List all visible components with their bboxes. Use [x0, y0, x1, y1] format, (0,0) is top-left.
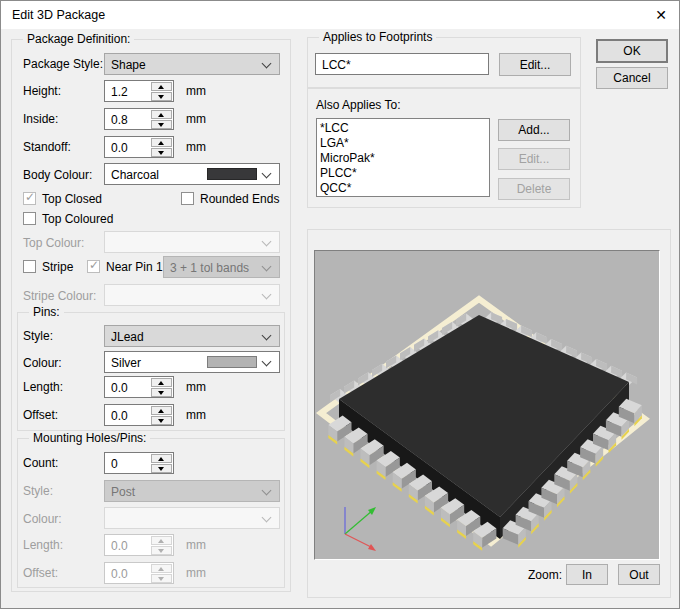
preview-3d-viewport[interactable] — [314, 250, 660, 560]
height-value: 1.2 — [111, 85, 128, 99]
mounting-title: Mounting Holes/Pins: — [29, 431, 150, 445]
standoff-stepper[interactable]: 0.0 — [104, 136, 174, 158]
height-unit: mm — [186, 84, 206, 98]
mount-length-unit: mm — [186, 538, 206, 552]
spin-up-icon[interactable] — [151, 110, 172, 119]
pin-style-value: JLead — [111, 330, 144, 344]
inside-value: 0.8 — [111, 113, 128, 127]
edit-button: Edit... — [498, 148, 570, 170]
package-style-value: Shape — [111, 58, 146, 72]
also-applies-title: Also Applies To: — [316, 98, 401, 112]
spin-up-icon[interactable] — [151, 82, 172, 91]
package-style-dropdown[interactable]: Shape — [104, 53, 280, 75]
inside-stepper[interactable]: 0.8 — [104, 108, 174, 130]
list-item[interactable]: PLCC* — [320, 166, 489, 181]
tol-bands-dropdown: 3 + 1 tol bands — [163, 256, 280, 278]
chip-3d-render — [315, 251, 659, 559]
also-applies-list[interactable]: *LCCLGA*MicroPak*PLCC*QCC* — [316, 118, 490, 197]
list-item[interactable]: QCC* — [320, 181, 489, 196]
rounded-ends-label: Rounded Ends — [200, 192, 279, 206]
zoom-label: Zoom: — [528, 568, 562, 582]
list-item[interactable]: LGA* — [320, 136, 489, 151]
list-item[interactable]: *LCC — [320, 121, 489, 136]
pin-length-label: Length: — [23, 380, 63, 394]
add-button[interactable]: Add... — [498, 119, 570, 141]
chevron-down-icon — [262, 331, 272, 341]
footprint-pattern-field[interactable]: LCC* — [315, 53, 489, 75]
package-style-label: Package Style: — [23, 57, 103, 71]
spin-down-icon[interactable] — [151, 92, 172, 101]
pin-colour-label: Colour: — [23, 356, 62, 370]
body-colour-value: Charcoal — [111, 168, 159, 182]
chevron-down-icon — [262, 486, 272, 496]
spin-up-icon — [151, 536, 172, 545]
zoom-out-button[interactable]: Out — [618, 564, 660, 585]
pin-length-value: 0.0 — [111, 381, 128, 395]
chevron-down-icon — [262, 262, 272, 272]
stripe-label: Stripe — [42, 260, 73, 274]
spin-up-icon[interactable] — [151, 454, 172, 463]
pin-colour-value: Silver — [111, 356, 141, 370]
pin-style-label: Style: — [23, 329, 53, 343]
pin-length-stepper[interactable]: 0.0 — [104, 376, 174, 398]
spin-down-icon[interactable] — [151, 388, 172, 397]
spin-down-icon[interactable] — [151, 416, 172, 425]
checkbox-box[interactable] — [23, 212, 36, 225]
chevron-down-icon — [262, 237, 272, 247]
body-colour-dropdown[interactable]: Charcoal — [104, 163, 280, 185]
chevron-down-icon — [262, 357, 272, 367]
count-stepper[interactable]: 0 — [104, 452, 174, 474]
pin-offset-stepper[interactable]: 0.0 — [104, 404, 174, 426]
pin-offset-unit: mm — [186, 408, 206, 422]
mount-offset-stepper: 0.0 — [104, 562, 174, 584]
check-icon: ✓ — [89, 258, 99, 272]
spin-up-icon[interactable] — [151, 378, 172, 387]
spin-down-icon[interactable] — [151, 464, 172, 473]
pin-offset-value: 0.0 — [111, 409, 128, 423]
mount-length-stepper: 0.0 — [104, 534, 174, 556]
cancel-button[interactable]: Cancel — [596, 67, 668, 89]
applies-to-footprints-title: Applies to Footprints — [319, 30, 436, 44]
pin-colour-dropdown[interactable]: Silver — [104, 351, 280, 373]
pin-length-unit: mm — [186, 380, 206, 394]
checkbox-box[interactable] — [23, 260, 36, 273]
spin-up-icon[interactable] — [151, 406, 172, 415]
close-icon[interactable]: ✕ — [649, 4, 673, 26]
check-icon: ✓ — [25, 190, 35, 204]
mount-length-value: 0.0 — [111, 539, 128, 553]
inside-unit: mm — [186, 112, 206, 126]
spin-down-icon — [151, 574, 172, 583]
spin-down-icon[interactable] — [151, 120, 172, 129]
mount-colour-label: Colour: — [23, 512, 62, 526]
top-closed-label: Top Closed — [42, 192, 102, 206]
list-item[interactable]: MicroPak* — [320, 151, 489, 166]
tol-bands-value: 3 + 1 tol bands — [170, 261, 249, 275]
mount-style-dropdown: Post — [104, 480, 280, 502]
ok-button[interactable]: OK — [596, 39, 668, 63]
titlebar: Edit 3D Package ✕ — [1, 1, 679, 29]
spin-up-icon — [151, 564, 172, 573]
spin-up-icon[interactable] — [151, 138, 172, 147]
pins-title: Pins: — [29, 305, 64, 319]
checkbox-box: ✓ — [87, 260, 100, 273]
height-stepper[interactable]: 1.2 — [104, 80, 174, 102]
footprint-edit-button[interactable]: Edit... — [499, 53, 571, 76]
chevron-down-icon — [262, 290, 272, 300]
count-value: 0 — [111, 457, 118, 471]
pin-style-dropdown[interactable]: JLead — [104, 325, 280, 347]
chevron-down-icon — [262, 513, 272, 523]
mount-offset-unit: mm — [186, 566, 206, 580]
standoff-label: Standoff: — [23, 140, 71, 154]
zoom-in-button[interactable]: In — [566, 564, 608, 585]
mount-style-value: Post — [111, 485, 135, 499]
standoff-value: 0.0 — [111, 141, 128, 155]
stripe-colour-label: Stripe Colour: — [23, 289, 96, 303]
height-label: Height: — [23, 84, 61, 98]
checkbox-box[interactable] — [181, 192, 194, 205]
mount-style-label: Style: — [23, 484, 53, 498]
pin-colour-swatch — [207, 356, 257, 368]
standoff-unit: mm — [186, 140, 206, 154]
mount-offset-label: Offset: — [23, 566, 58, 580]
body-colour-swatch — [207, 168, 257, 180]
spin-down-icon[interactable] — [151, 148, 172, 157]
